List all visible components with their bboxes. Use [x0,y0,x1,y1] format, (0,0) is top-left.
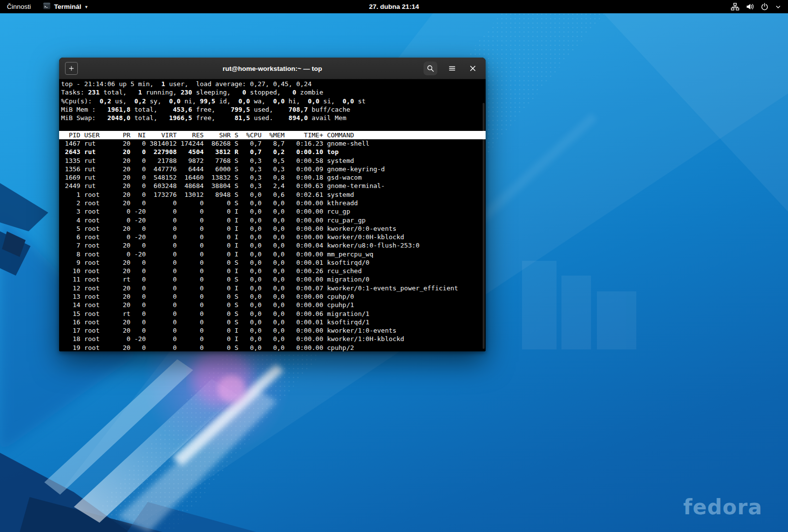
volume-icon [746,2,754,11]
search-button[interactable] [424,62,437,75]
hamburger-icon [448,64,456,72]
close-button[interactable] [466,62,480,75]
terminal-summary-line: Tasks: 231 total, 1 running, 230 sleepin… [59,88,486,96]
terminal-summary-line: MiB Swap: 2048,0 total, 1966,5 free, 81,… [59,114,486,122]
search-icon [427,64,434,72]
process-row: 5 root 20 0 0 0 0 I 0,0 0,0 0:00.00 kwor… [59,224,486,233]
process-row: 1335 rut 20 0 21788 9872 7768 S 0,3 0,5 … [59,156,486,165]
process-row: 19 root 20 0 0 0 0 S 0,0 0,0 0:00.00 cpu… [59,344,486,351]
fedora-watermark: fedora [683,495,762,519]
process-row: 15 root rt 0 0 0 0 S 0,0 0,0 0:00.06 mig… [59,310,486,318]
system-status-area[interactable] [724,0,788,13]
activities-button[interactable]: Činnosti [0,0,38,13]
process-row: 7 root 20 0 0 0 0 I 0,0 0,0 0:00.04 kwor… [59,241,486,250]
process-row: 18 root 0 -20 0 0 0 I 0,0 0,0 0:00.00 kw… [59,335,486,343]
terminal-window: rut@home-workstation:~ — top top - 21:14… [59,58,486,351]
plus-icon [68,65,74,71]
network-wired-icon [731,2,739,11]
terminal-scrollbar[interactable] [483,103,485,349]
process-row: 2449 rut 20 0 603248 48684 38804 S 0,3 2… [59,182,486,190]
process-row: 9 root 20 0 0 0 0 S 0,0 0,0 0:00.01 ksof… [59,258,486,267]
terminal-summary-line: top - 21:14:06 up 5 min, 1 user, load av… [59,80,486,88]
clock-calendar-button[interactable]: 27. dubna 21:14 [369,3,419,10]
gnome-top-bar: Činnosti Terminál ▾ 27. dubna 21:14 [0,0,788,13]
terminal-output: top - 21:14:06 up 5 min, 1 user, load av… [59,80,486,351]
window-title: rut@home-workstation:~ — top [223,64,322,72]
close-icon [469,64,477,72]
terminal-summary-line: %Cpu(s): 0,2 us, 0,2 sy, 0,0 ni, 99,5 id… [59,97,486,105]
process-row: 13 root 20 0 0 0 0 S 0,0 0,0 0:00.00 cpu… [59,292,486,301]
terminal-blank-line [59,122,486,130]
process-row: 8 root 0 -20 0 0 0 I 0,0 0,0 0:00.00 mm_… [59,250,486,258]
process-row: 1467 rut 20 0 3814012 174244 86268 S 0,7… [59,139,486,148]
process-row: 17 root 20 0 0 0 0 I 0,0 0,0 0:00.00 kwo… [59,326,486,335]
process-row: 1356 rut 20 0 447776 6444 6000 S 0,3 0,3… [59,165,486,173]
new-tab-button[interactable] [65,62,78,75]
process-row: 2643 rut 20 0 227908 4504 3812 R 0,7 0,2… [59,148,486,156]
process-row: 3 root 0 -20 0 0 0 I 0,0 0,0 0:00.00 rcu… [59,207,486,216]
process-row: 4 root 0 -20 0 0 0 I 0,0 0,0 0:00.00 rcu… [59,216,486,224]
process-row: 11 root rt 0 0 0 0 S 0,0 0,0 0:00.00 mig… [59,275,486,283]
process-row: 2 root 20 0 0 0 0 S 0,0 0,0 0:00.00 kthr… [59,199,486,207]
process-row: 14 root 20 0 0 0 0 S 0,0 0,0 0:00.00 cpu… [59,301,486,309]
process-row: 6 root 0 -20 0 0 0 I 0,0 0,0 0:00.00 kwo… [59,233,486,241]
window-titlebar[interactable]: rut@home-workstation:~ — top [59,58,486,79]
app-menu-terminal[interactable]: Terminál ▾ [38,0,93,13]
chevron-down-icon [775,4,781,10]
terminal-body[interactable]: top - 21:14:06 up 5 min, 1 user, load av… [59,79,486,351]
process-row: 10 root 20 0 0 0 0 I 0,0 0,0 0:00.26 rcu… [59,267,486,275]
chevron-down-icon: ▾ [85,4,88,9]
process-row: 12 root 20 0 0 0 0 I 0,0 0,0 0:00.07 kwo… [59,284,486,292]
app-menu-label: Terminál [54,3,81,10]
process-row: 16 root 20 0 0 0 0 S 0,0 0,0 0:00.01 kso… [59,318,486,326]
power-icon [760,2,769,11]
terminal-summary-line: MiB Mem : 1961,8 total, 453,6 free, 799,… [59,105,486,114]
terminal-app-icon [43,2,51,11]
process-row: 1669 rut 20 0 548152 16460 13832 S 0,3 0… [59,173,486,182]
process-row: 1 root 20 0 173276 13012 8948 S 0,0 0,6 … [59,190,486,199]
hamburger-menu-button[interactable] [445,62,459,75]
process-table-header: PID USER PR NI VIRT RES SHR S %CPU %MEM … [59,131,486,139]
